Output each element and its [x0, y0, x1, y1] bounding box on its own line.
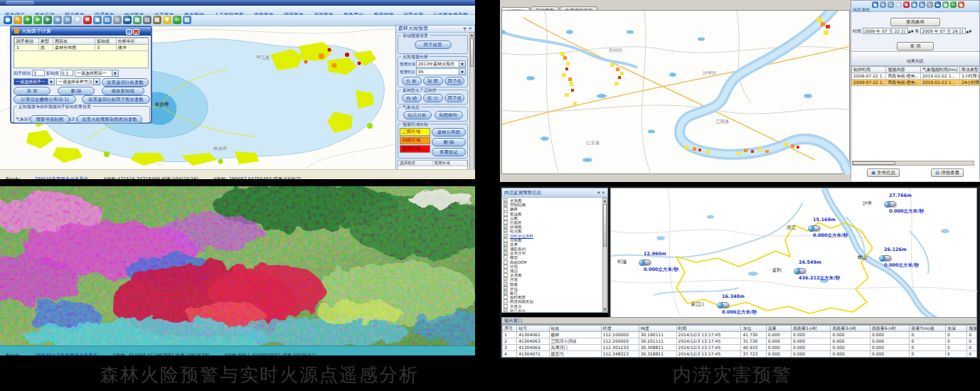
table-row[interactable]: 241304063三阳河小河镇112.20000030.2011112014/1… — [503, 338, 978, 345]
layer-checkbox[interactable] — [504, 216, 508, 220]
layer-checkbox[interactable]: ✔ — [504, 229, 508, 233]
column-header[interactable]: 时间 — [676, 326, 741, 332]
dialog-titlebar[interactable]: 火险因子计算 —× — [11, 27, 151, 36]
layer-checkbox[interactable] — [504, 273, 508, 277]
layer-checkbox[interactable]: ✔ — [504, 225, 508, 229]
column-header[interactable]: 气象预报时间(hrs) — [920, 67, 959, 73]
station-pin-icon[interactable] — [809, 225, 820, 231]
layer-checkbox[interactable] — [504, 304, 508, 309]
list-column-header[interactable]: 预警区域 — [433, 161, 468, 166]
layer-checkbox[interactable]: ✔ — [504, 251, 508, 255]
table-row[interactable]: 341304069高潭河口112.30123330.3088112014/12/… — [503, 345, 978, 351]
globe-icon[interactable]: ● — [4, 16, 12, 24]
pan-icon[interactable]: ✥ — [73, 16, 82, 24]
back-icon[interactable]: ⇦ — [173, 16, 181, 24]
level-input[interactable] — [32, 70, 45, 76]
set-param-button[interactable]: 设置递归分析参数 — [102, 78, 149, 87]
region-select[interactable]: 2013年森林火险区▼ — [416, 60, 466, 68]
set-draw-param-button[interactable]: 设置火险预警制图图层参数 — [77, 115, 142, 124]
select-area-icon[interactable]: ➤ — [43, 16, 52, 24]
layer-checkbox[interactable]: ✔ — [504, 198, 508, 203]
screen-icon[interactable]: ▬ — [123, 16, 132, 24]
factor-table[interactable]: 因子类别类型图层名影响值分析半径1面森林分布图3缓冲 — [14, 38, 149, 51]
layer-checkbox[interactable]: ✔ — [504, 286, 508, 291]
panel-scrollbar[interactable]: ▲▼ — [469, 32, 474, 178]
flood-map[interactable]: 荆州区沙市区江陵县公安县 — [501, 10, 850, 174]
panel-button[interactable]: 查看验证 — [432, 148, 466, 156]
waterlog-map[interactable]: 沙市27.766m0.000立方米/秒潜江15.169m0.000立方米/秒松滋… — [610, 188, 977, 320]
panel-button[interactable]: 制 图 — [423, 77, 443, 85]
modify-value-button[interactable]: 修改影响值 — [102, 87, 144, 95]
back-icon[interactable]: ⇦ — [950, 1, 957, 8]
image-icon[interactable]: ▦ — [133, 16, 142, 24]
zoom-out-icon[interactable]: ⊖ — [63, 16, 72, 24]
query-group-button[interactable]: 查询条件 — [890, 18, 940, 26]
window-icon[interactable]: ▣ — [93, 16, 102, 24]
detail-view-button[interactable]: ▤ 详情查看 — [931, 168, 964, 177]
measure-icon[interactable]: ✎ — [14, 16, 22, 24]
panel-button[interactable]: 删 除 — [432, 138, 466, 146]
column-header[interactable]: 雨量T(m)值 — [910, 326, 945, 332]
image-icon[interactable]: ▦ — [942, 1, 949, 8]
chevron-down-icon[interactable]: ▼ — [48, 79, 54, 85]
panel-button[interactable]: 分 析 — [402, 77, 422, 85]
factor-select[interactable]: 一请选择因子一▼ — [14, 78, 55, 85]
column-header[interactable]: 水位 — [741, 326, 766, 332]
impact-input[interactable] — [60, 70, 73, 76]
zoom-in-icon[interactable]: ⊕ — [880, 1, 886, 8]
station-pin-icon[interactable] — [885, 201, 896, 207]
pan-icon[interactable]: ✥ — [895, 1, 902, 8]
column-header[interactable]: 站名 — [549, 326, 601, 332]
column-header[interactable]: 类型 — [38, 38, 53, 45]
add-button[interactable]: 添 加 — [14, 87, 50, 95]
stop-icon[interactable]: ● — [958, 1, 964, 8]
calc-grid-button[interactable]: 计算综合栅格分布(0-1) — [14, 95, 76, 104]
magnifier-icon[interactable]: ◎ — [113, 16, 122, 24]
layer-select[interactable]: 一请选择图层一▼ — [75, 70, 119, 77]
column-header[interactable]: 序号 — [503, 326, 517, 332]
layer-checkbox[interactable]: ✔ — [504, 277, 508, 282]
table-hscroll[interactable] — [852, 161, 974, 166]
column-header[interactable]: 分析半径 — [116, 38, 148, 45]
column-header[interactable]: 因子类别 — [15, 38, 39, 45]
layer-checkbox[interactable]: ✔ — [504, 282, 508, 286]
station-data-table[interactable]: 序号站号站名经度纬度时间水位流量面雨量1小时面雨量3小时面雨量6小时雨量T(m)… — [502, 325, 977, 358]
set-layer-param-button[interactable]: 设置递归分析因子图层参数 — [82, 95, 150, 104]
fly-icon[interactable]: ✈ — [23, 16, 32, 24]
magnifier-icon[interactable]: ◎ — [927, 1, 933, 8]
layer-checkbox[interactable] — [504, 269, 508, 273]
close-red-icon[interactable]: ✖ — [903, 1, 910, 8]
layer-checkbox[interactable]: ✔ — [504, 291, 508, 295]
delete-button[interactable]: 删 除 — [58, 87, 95, 95]
column-header[interactable]: 面雨量6小时 — [870, 326, 909, 332]
collapse-icon[interactable]: ▾ — [597, 190, 600, 196]
layer-checkbox[interactable] — [504, 212, 508, 216]
layer-item[interactable]: ✔外江水位 — [504, 309, 606, 312]
layer-checkbox[interactable] — [504, 220, 508, 225]
window-icon[interactable]: ▣ — [911, 1, 917, 8]
pin-icon[interactable]: ┭ × — [464, 26, 472, 32]
warning-result-table[interactable]: 制作时间预警内容气象预报时间(hrs)降水类型制作人2009-07-22 1..… — [851, 66, 979, 86]
select-icon[interactable]: ➤ — [33, 16, 42, 24]
layer-checkbox[interactable]: ✔ — [504, 242, 508, 247]
column-header[interactable]: 影响值 — [95, 38, 116, 45]
column-header[interactable]: 面雨量3小时 — [831, 326, 870, 332]
close-icon[interactable]: × — [602, 190, 605, 196]
close-button[interactable]: × — [133, 29, 139, 35]
table-row[interactable]: 141304062杨林112.10000030.1901112014/12/3 … — [503, 332, 978, 338]
result-list-title[interactable]: 结果列表 — [907, 58, 924, 63]
window-titlebar[interactable] — [0, 0, 475, 6]
date-from-input[interactable]: 2009 年 07 月 22 日 — [863, 28, 908, 34]
globe-icon[interactable]: ● — [872, 1, 878, 8]
table-row[interactable]: 441304072观音垱112.34832330.3188112014/12/3… — [503, 351, 978, 358]
station-pin-icon[interactable] — [794, 268, 806, 274]
station-pin-icon[interactable] — [718, 302, 729, 308]
doc-icon[interactable]: ▤ — [919, 1, 925, 8]
chevron-down-icon[interactable]: ▼ — [93, 79, 100, 85]
zoom-out-icon[interactable]: ⊖ — [888, 1, 894, 8]
column-header[interactable]: 纬度 — [639, 326, 676, 332]
column-header[interactable]: 站号 — [517, 326, 549, 332]
layer-checkbox[interactable] — [504, 264, 508, 269]
panel-button[interactable]: 因子值 — [444, 94, 464, 102]
chevron-down-icon[interactable]: ▼ — [112, 70, 118, 76]
